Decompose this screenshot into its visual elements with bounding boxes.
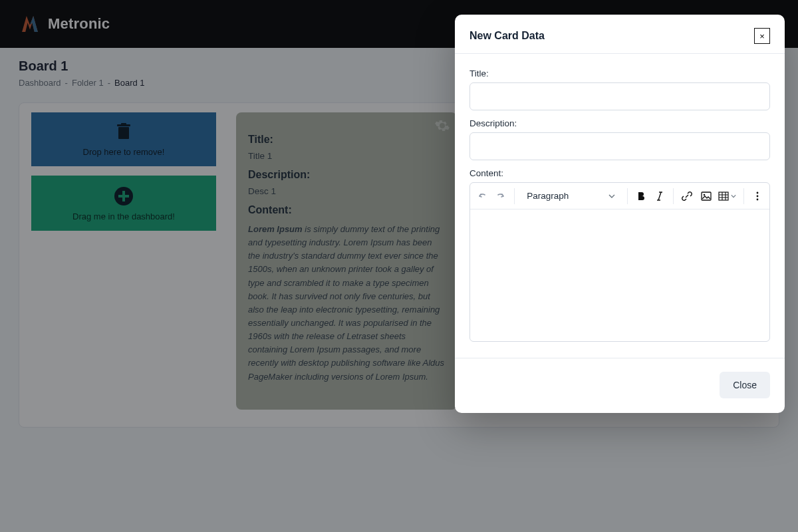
image-icon — [701, 191, 712, 201]
chevron-down-icon — [731, 194, 736, 199]
title-input[interactable] — [469, 82, 770, 110]
editor-textarea[interactable] — [470, 209, 769, 341]
toolbar-divider — [514, 188, 515, 204]
toolbar-divider — [673, 188, 674, 204]
editor-toolbar: Paragraph — [470, 183, 769, 209]
modal-body: Title: Description: Content: Paragraph — [455, 54, 785, 346]
svg-point-11 — [756, 198, 758, 200]
table-button[interactable] — [717, 186, 738, 206]
more-button[interactable] — [749, 186, 765, 206]
undo-icon — [477, 191, 487, 201]
link-icon — [682, 191, 692, 201]
redo-button[interactable] — [493, 186, 509, 206]
modal-header: New Card Data × — [455, 15, 785, 53]
redo-icon — [495, 191, 506, 201]
rich-text-editor: Paragraph — [469, 182, 770, 342]
new-card-modal: New Card Data × Title: Description: Cont… — [455, 15, 785, 413]
italic-icon — [654, 191, 665, 201]
modal-close-x[interactable]: × — [754, 28, 770, 44]
modal-title: New Card Data — [469, 30, 545, 42]
paragraph-dropdown[interactable]: Paragraph — [520, 191, 622, 201]
kebab-icon — [753, 192, 762, 201]
link-button[interactable] — [679, 186, 695, 206]
paragraph-label: Paragraph — [527, 191, 569, 201]
toolbar-divider — [743, 188, 744, 204]
close-button[interactable]: Close — [720, 372, 770, 398]
title-label: Title: — [469, 68, 770, 78]
svg-point-9 — [756, 192, 758, 194]
undo-button[interactable] — [474, 186, 490, 206]
chevron-down-icon — [608, 193, 615, 200]
bold-icon — [636, 191, 646, 201]
bold-button[interactable] — [633, 186, 649, 206]
description-input[interactable] — [469, 132, 770, 160]
svg-point-7 — [703, 194, 705, 196]
toolbar-divider — [627, 188, 628, 204]
italic-button[interactable] — [652, 186, 668, 206]
content-label: Content: — [469, 168, 770, 178]
svg-rect-6 — [702, 192, 711, 200]
svg-rect-8 — [719, 192, 728, 200]
image-button[interactable] — [698, 186, 714, 206]
svg-point-10 — [756, 195, 758, 197]
table-icon — [718, 191, 729, 201]
description-label: Description: — [469, 118, 770, 128]
modal-footer: Close — [455, 358, 785, 413]
close-icon: × — [759, 31, 765, 41]
